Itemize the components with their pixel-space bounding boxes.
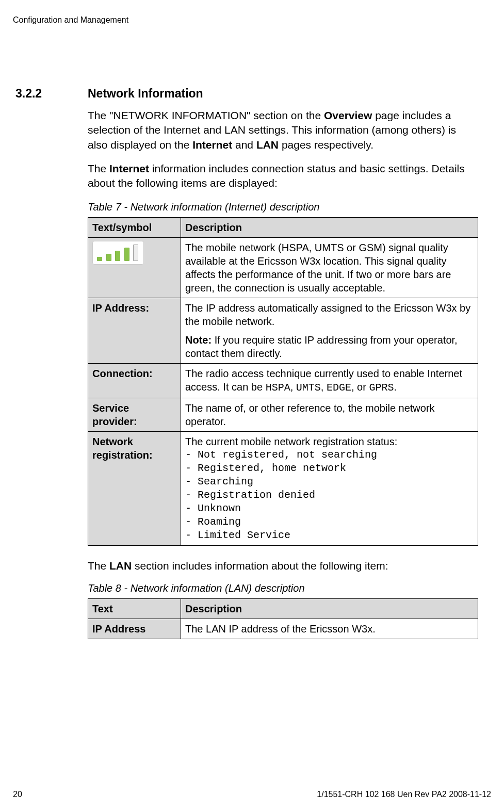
table7: Text/symbol Description The mobile netwo…: [88, 217, 478, 546]
table8: Text Description IP Address The LAN IP a…: [88, 598, 478, 639]
table7-header-col2: Description: [181, 217, 478, 237]
ip-desc: The IP address automatically assigned to…: [185, 301, 474, 328]
signal-icon-cell: [88, 237, 181, 298]
lan-ip-desc: The LAN IP address of the Ericsson W3x.: [181, 619, 478, 639]
table8-caption: Table 8 - Network information (LAN) desc…: [88, 582, 478, 594]
signal-strength-icon: [92, 241, 144, 265]
table-row: Text Description: [88, 599, 478, 619]
table8-header-col2: Description: [181, 599, 478, 619]
table-row: Text/symbol Description: [88, 217, 478, 237]
service-label: Service provider:: [88, 398, 181, 431]
intro-paragraph-2: The Internet information includes connec…: [88, 161, 478, 191]
running-title: Configuration and Management: [13, 15, 128, 24]
table-row: Service provider: The name of, or other …: [88, 398, 478, 431]
ip-desc-cell: The IP address automatically assigned to…: [181, 298, 478, 363]
page-number: 20: [13, 790, 22, 799]
table8-header-col1: Text: [88, 599, 181, 619]
section-title: Network Information: [88, 87, 478, 101]
netreg-label: Network registration:: [88, 431, 181, 545]
page-footer: 20 1/1551-CRH 102 168 Uen Rev PA2 2008-1…: [13, 790, 491, 799]
intro-paragraph-1: The "NETWORK INFORMATION" section on the…: [88, 108, 478, 152]
table-row: Network registration: The current mobile…: [88, 431, 478, 545]
table7-header-col1: Text/symbol: [88, 217, 181, 237]
connection-label: Connection:: [88, 363, 181, 398]
table-row: The mobile network (HSPA, UMTS or GSM) s…: [88, 237, 478, 298]
ip-label: IP Address:: [88, 298, 181, 363]
netreg-desc: The current mobile network registration …: [181, 431, 478, 545]
lan-paragraph: The LAN section includes information abo…: [88, 559, 478, 573]
table-row: IP Address: The IP address automatically…: [88, 298, 478, 363]
lan-ip-label: IP Address: [88, 619, 181, 639]
connection-desc: The radio access technique currently use…: [181, 363, 478, 398]
ip-note: Note: If you require static IP addressin…: [185, 333, 474, 360]
section-number: 3.2.2: [15, 87, 42, 101]
doc-id: 1/1551-CRH 102 168 Uen Rev PA2 2008-11-1…: [317, 790, 491, 799]
signal-desc: The mobile network (HSPA, UMTS or GSM) s…: [181, 237, 478, 298]
table-row: Connection: The radio access technique c…: [88, 363, 478, 398]
running-header: Configuration and Management: [13, 15, 491, 25]
table-row: IP Address The LAN IP address of the Eri…: [88, 619, 478, 639]
table7-caption: Table 7 - Network information (Internet)…: [88, 201, 478, 213]
service-desc: The name of, or other reference to, the …: [181, 398, 478, 431]
